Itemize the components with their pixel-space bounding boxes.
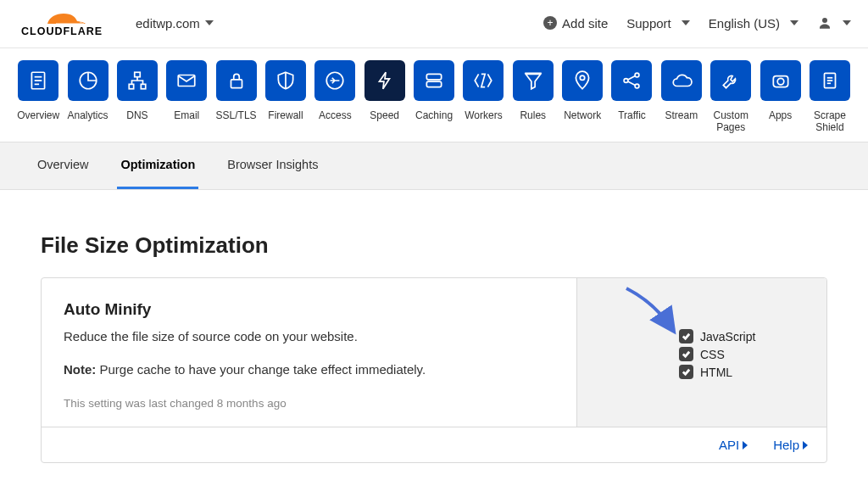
support-label: Support bbox=[626, 16, 671, 31]
nav-analytics[interactable]: Analytics bbox=[66, 60, 108, 133]
nav-access[interactable]: Access bbox=[314, 60, 356, 133]
auto-minify-card: Auto Minify Reduce the file size of sour… bbox=[41, 277, 827, 463]
add-site-button[interactable]: + Add site bbox=[543, 16, 608, 31]
document-icon bbox=[27, 70, 49, 92]
nav-apps[interactable]: Apps bbox=[759, 60, 801, 133]
nav-caching[interactable]: Caching bbox=[413, 60, 455, 133]
storage-icon bbox=[423, 70, 445, 92]
nav-dns[interactable]: DNS bbox=[116, 60, 159, 133]
note-text: Purge cache to have your change take eff… bbox=[96, 362, 426, 377]
user-icon bbox=[817, 15, 832, 31]
svg-point-19 bbox=[625, 79, 629, 83]
nav-scrape-shield[interactable]: Scrape Shield bbox=[809, 60, 851, 133]
cloud-icon bbox=[670, 70, 693, 92]
note-label: Note: bbox=[64, 362, 96, 377]
envelope-icon bbox=[175, 70, 198, 92]
speed-subtabs: Overview Optimization Browser Insights bbox=[0, 142, 868, 190]
nav-ssl-tls[interactable]: SSL/TLS bbox=[214, 60, 257, 133]
nav-overview[interactable]: Overview bbox=[17, 60, 59, 133]
svg-rect-9 bbox=[129, 84, 133, 88]
caret-down-icon bbox=[205, 20, 214, 25]
svg-rect-12 bbox=[231, 80, 242, 88]
nav-network[interactable]: Network bbox=[561, 60, 604, 133]
svg-point-2 bbox=[822, 18, 827, 23]
network-tree-icon bbox=[126, 70, 148, 92]
minify-javascript-option[interactable]: JavaScript bbox=[679, 329, 810, 343]
account-menu[interactable] bbox=[817, 15, 851, 31]
svg-rect-11 bbox=[179, 75, 196, 87]
page-icon bbox=[819, 70, 841, 92]
card-last-changed: This setting was last changed 8 months a… bbox=[64, 397, 554, 410]
lock-icon bbox=[225, 70, 248, 92]
svg-rect-15 bbox=[426, 74, 441, 80]
card-description: Reduce the file size of source code on y… bbox=[64, 329, 554, 343]
language-menu[interactable]: English (US) bbox=[709, 16, 798, 31]
annotation-arrow-icon bbox=[620, 285, 687, 344]
pie-chart-icon bbox=[77, 70, 99, 92]
shield-icon bbox=[275, 70, 297, 92]
subtab-browser-insights[interactable]: Browser Insights bbox=[224, 142, 321, 189]
location-pin-icon bbox=[571, 70, 593, 92]
bolt-icon bbox=[374, 70, 396, 92]
svg-rect-8 bbox=[135, 72, 141, 76]
subtab-overview[interactable]: Overview bbox=[34, 142, 92, 189]
primary-nav: Overview Analytics DNS Email SSL/TLS Fir… bbox=[0, 48, 868, 133]
caret-down-icon bbox=[790, 20, 798, 25]
nav-workers[interactable]: Workers bbox=[462, 60, 504, 133]
nav-stream[interactable]: Stream bbox=[660, 60, 703, 133]
svg-rect-0 bbox=[80, 17, 82, 23]
minify-css-option[interactable]: CSS bbox=[679, 347, 810, 361]
site-selector[interactable]: editwp.com bbox=[136, 16, 214, 31]
card-title: Auto Minify bbox=[64, 300, 554, 319]
nav-custom-pages[interactable]: Custom Pages bbox=[709, 60, 752, 133]
caret-down-icon bbox=[682, 20, 690, 25]
topbar: CLOUDFLARE editwp.com + Add site Support… bbox=[0, 0, 868, 48]
subtab-optimization[interactable]: Optimization bbox=[117, 142, 198, 189]
add-site-label: Add site bbox=[562, 16, 608, 31]
minify-html-option[interactable]: HTML bbox=[679, 365, 810, 379]
share-nodes-icon bbox=[620, 70, 643, 92]
svg-point-20 bbox=[636, 73, 640, 77]
camera-icon bbox=[770, 70, 792, 92]
nav-speed[interactable]: Speed bbox=[364, 60, 406, 133]
triangle-right-icon bbox=[743, 441, 748, 450]
cloudflare-logo[interactable]: CLOUDFLARE bbox=[17, 8, 110, 37]
nav-firewall[interactable]: Firewall bbox=[264, 60, 307, 133]
svg-point-21 bbox=[636, 84, 640, 88]
caret-down-icon bbox=[843, 20, 851, 25]
svg-point-23 bbox=[777, 78, 784, 85]
section-title: File Size Optimization bbox=[41, 232, 827, 259]
site-name: editwp.com bbox=[136, 16, 200, 31]
help-link[interactable]: Help bbox=[773, 438, 808, 452]
wrench-icon bbox=[720, 70, 742, 92]
api-link[interactable]: API bbox=[719, 438, 748, 452]
svg-rect-10 bbox=[141, 84, 145, 88]
funnel-icon bbox=[522, 70, 544, 92]
support-menu[interactable]: Support bbox=[626, 16, 690, 31]
nav-email[interactable]: Email bbox=[165, 60, 208, 133]
card-note: Note: Purge cache to have your change ta… bbox=[64, 362, 554, 377]
svg-text:CLOUDFLARE: CLOUDFLARE bbox=[21, 25, 103, 37]
access-icon bbox=[324, 70, 346, 92]
checkbox-checked-icon bbox=[679, 365, 693, 379]
svg-point-18 bbox=[580, 75, 584, 80]
svg-rect-16 bbox=[426, 81, 441, 87]
triangle-right-icon bbox=[803, 441, 808, 450]
language-label: English (US) bbox=[709, 16, 780, 31]
plus-circle-icon: + bbox=[543, 16, 557, 30]
workers-icon bbox=[472, 70, 494, 92]
checkbox-checked-icon bbox=[679, 347, 693, 361]
nav-rules[interactable]: Rules bbox=[512, 60, 554, 133]
nav-traffic[interactable]: Traffic bbox=[610, 60, 653, 133]
content: File Size Optimization Auto Minify Reduc… bbox=[0, 190, 868, 489]
